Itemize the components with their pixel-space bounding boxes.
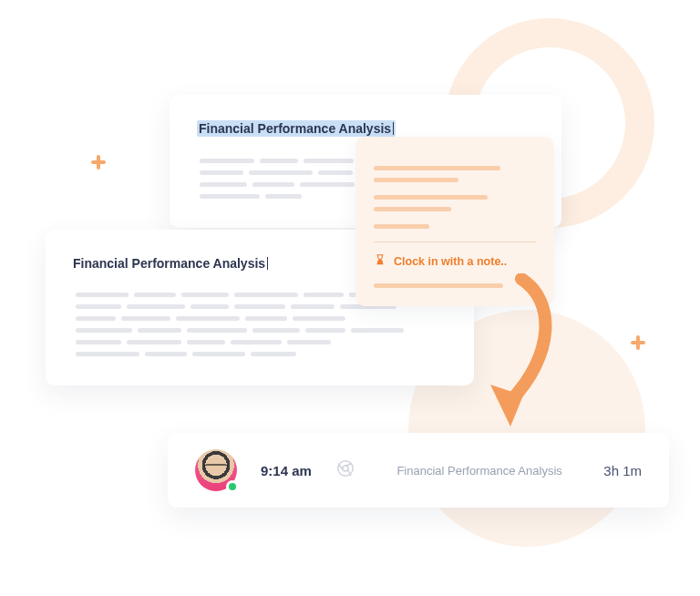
presence-indicator xyxy=(226,480,239,493)
chrome-icon xyxy=(335,458,355,482)
sparkle-icon xyxy=(631,335,645,350)
menu-placeholder-group xyxy=(374,195,536,211)
document-title: Financial Performance Analysis xyxy=(73,256,268,271)
hourglass-icon xyxy=(374,253,386,269)
time-entry-card: 9:14 am Financial Performance Analysis 3… xyxy=(168,433,669,508)
svg-point-0 xyxy=(338,461,354,477)
start-time: 9:14 am xyxy=(261,463,312,478)
document-title: Financial Performance Analysis xyxy=(197,120,396,137)
entry-duration: 3h 1m xyxy=(603,463,642,478)
menu-placeholder-line xyxy=(374,283,503,288)
context-menu: Clock in with a note.. xyxy=(355,137,554,306)
menu-placeholder-group xyxy=(374,166,536,182)
clock-in-note-label: Clock in with a note.. xyxy=(394,255,507,268)
menu-divider xyxy=(374,241,536,242)
menu-placeholder-group xyxy=(374,224,536,229)
sparkle-icon xyxy=(91,155,106,170)
svg-point-1 xyxy=(343,466,348,471)
clock-in-note-button[interactable]: Clock in with a note.. xyxy=(374,253,536,269)
user-avatar[interactable] xyxy=(195,449,237,491)
entry-title: Financial Performance Analysis xyxy=(379,464,580,478)
